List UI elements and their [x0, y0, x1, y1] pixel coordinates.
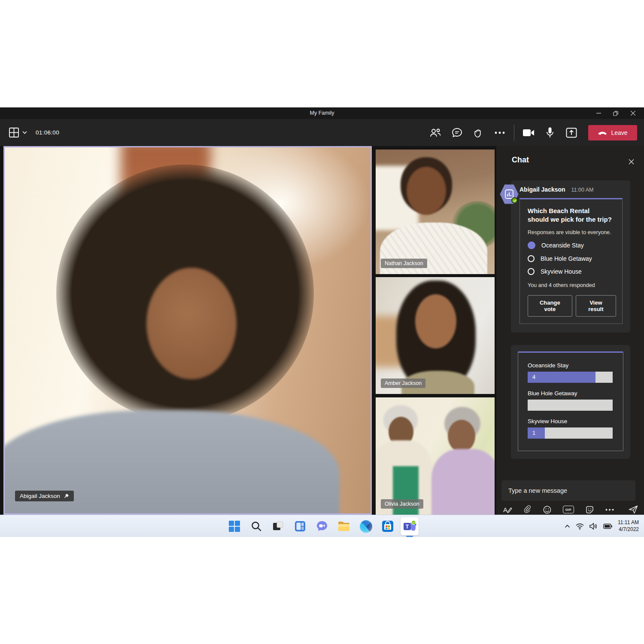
poll-option-label: Skyview House — [541, 268, 582, 275]
restore-icon — [613, 111, 618, 116]
chat-bubble-icon — [452, 128, 462, 138]
video-person-silhouette — [448, 420, 475, 452]
camera-button[interactable] — [518, 123, 539, 143]
video-tile-amber[interactable]: Amber Jackson — [376, 277, 495, 394]
result-option-label: Skyview House — [528, 418, 613, 424]
task-view-button[interactable] — [269, 517, 287, 535]
minimize-button[interactable] — [590, 107, 607, 119]
paperclip-icon — [524, 505, 532, 514]
file-explorer-button[interactable] — [335, 517, 353, 535]
screenshot-canvas: My Family 01:06:00 — [0, 0, 644, 644]
emoji-button[interactable] — [543, 506, 551, 514]
chat-panel: Chat Abigail Jackson 11:00 A — [496, 146, 644, 515]
restore-button[interactable] — [607, 107, 624, 119]
video-person-silhouette — [407, 167, 446, 215]
change-vote-button[interactable]: Change vote — [528, 295, 572, 317]
view-switcher-button[interactable] — [9, 123, 27, 143]
start-button[interactable] — [225, 517, 243, 535]
chat-message-poll: Abigail Jackson 11:00 AM Which Beach Ren… — [511, 180, 630, 333]
more-icon — [494, 131, 505, 134]
view-result-button[interactable]: View result — [576, 295, 616, 317]
grid-view-icon — [9, 127, 19, 138]
raise-hand-icon — [473, 127, 483, 138]
close-icon — [631, 111, 635, 116]
message-input[interactable] — [501, 480, 635, 501]
poll-radio-0[interactable] — [528, 241, 535, 249]
close-icon — [629, 159, 634, 165]
leave-button[interactable]: Leave — [588, 125, 637, 140]
mic-button[interactable] — [539, 123, 561, 143]
task-view-icon — [272, 520, 284, 532]
presence-available-icon — [511, 197, 518, 204]
search-icon — [251, 521, 262, 532]
send-button[interactable] — [629, 505, 638, 514]
sticker-icon — [586, 506, 594, 514]
poll-responded-text: You and 4 others responded — [528, 282, 616, 288]
result-option-label: Blue Hole Getaway — [528, 390, 613, 397]
svg-text:A: A — [503, 506, 507, 513]
video-person-silhouette — [146, 268, 237, 379]
search-button[interactable] — [247, 517, 265, 535]
participant-name-tag: Amber Jackson — [381, 378, 425, 388]
share-screen-button[interactable] — [561, 123, 582, 143]
store-button[interactable] — [379, 517, 397, 535]
meeting-toolbar: 01:06:00 — [0, 119, 644, 146]
more-actions-button[interactable] — [489, 123, 510, 143]
result-vote-count: 4 — [532, 374, 535, 380]
poll-radio-1[interactable] — [528, 255, 535, 262]
svg-text:T: T — [406, 524, 409, 530]
participant-name: Abigail Jackson — [20, 493, 60, 499]
video-tile-olivia[interactable]: Olivia Jackson — [376, 397, 495, 515]
send-icon — [629, 505, 638, 514]
tray-chevron-icon[interactable] — [565, 525, 570, 528]
chat-message-results: Oceanside Stay 4 Blue Hole Getaway — [511, 345, 630, 459]
chat-close-button[interactable] — [626, 156, 636, 167]
taskbar-clock[interactable]: 11:11 AM 4/7/2022 — [618, 519, 639, 533]
participants-button[interactable] — [425, 123, 446, 143]
poll-option-label: Oceanside Stay — [541, 242, 584, 249]
chat-app-button[interactable] — [313, 517, 331, 535]
edge-button[interactable] — [357, 517, 375, 535]
poll-option-row[interactable]: Blue Hole Getaway — [528, 255, 616, 262]
result-bar-track — [528, 400, 613, 411]
widgets-icon — [294, 520, 306, 532]
close-window-button[interactable] — [624, 107, 641, 119]
chat-panel-title: Chat — [512, 156, 529, 165]
windows-taskbar: T 11:11 AM 4/7/2022 — [0, 515, 644, 537]
format-icon: A — [503, 506, 512, 514]
edge-icon — [360, 520, 372, 533]
raise-hand-button[interactable] — [468, 123, 489, 143]
volume-icon[interactable] — [589, 523, 598, 530]
windows-start-icon — [229, 521, 240, 532]
video-tile-nathan[interactable]: Nathan Jackson — [376, 150, 495, 274]
battery-icon[interactable] — [603, 524, 612, 529]
poll-option-row[interactable]: Oceanside Stay — [528, 241, 616, 249]
main-video-abigail[interactable]: Abigail Jackson — [3, 146, 372, 515]
poll-radio-2[interactable] — [528, 268, 535, 275]
result-vote-count: 1 — [532, 430, 535, 436]
participant-name: Olivia Jackson — [385, 501, 419, 507]
participant-name-tag: Nathan Jackson — [381, 259, 427, 268]
taskbar-date: 4/7/2022 — [618, 526, 639, 533]
format-button[interactable]: A — [503, 506, 512, 514]
teams-window: My Family 01:06:00 — [0, 107, 644, 515]
composer-toolbar: A GIF — [503, 504, 638, 515]
message-author: Abigail Jackson — [519, 186, 565, 193]
message-composer[interactable] — [501, 480, 635, 501]
video-person-silhouette — [431, 449, 495, 515]
gif-button[interactable]: GIF — [563, 506, 574, 513]
store-icon — [381, 520, 394, 533]
composer-more-button[interactable] — [605, 509, 614, 511]
wifi-icon[interactable] — [576, 523, 584, 530]
sticker-button[interactable] — [586, 506, 594, 514]
taskbar-time: 11:11 AM — [618, 519, 639, 526]
poll-option-row[interactable]: Skyview House — [528, 268, 616, 275]
widgets-button[interactable] — [291, 517, 309, 535]
attach-button[interactable] — [524, 505, 532, 514]
teams-app-button[interactable]: T — [401, 517, 419, 535]
poll-card: Which Beach Rental should we pick for th… — [519, 198, 623, 324]
more-icon — [605, 509, 614, 511]
mic-icon — [546, 127, 554, 138]
chat-toggle-button[interactable] — [446, 123, 468, 143]
pin-icon — [64, 493, 69, 499]
